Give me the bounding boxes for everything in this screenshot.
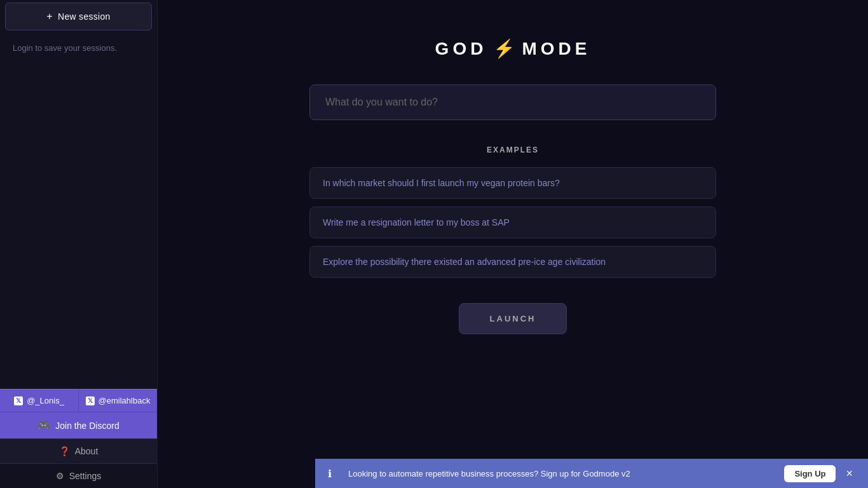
settings-button[interactable]: ⚙ Settings — [0, 463, 157, 488]
twitter1-label: @_Lonis_ — [27, 396, 64, 405]
new-session-button[interactable]: + New session — [5, 3, 152, 30]
example-card-2[interactable]: Write me a resignation letter to my boss… — [309, 207, 716, 238]
discord-label: Join the Discord — [55, 421, 119, 431]
twitter-emilahlback-button[interactable]: 𝕏 @emilahlback — [79, 389, 157, 412]
new-session-label: New session — [58, 11, 111, 22]
search-input[interactable] — [309, 85, 716, 120]
examples-section: EXAMPLES In which market should I first … — [309, 146, 716, 334]
about-icon: ❓ — [59, 446, 70, 456]
bolt-icon: ⚡ — [493, 38, 515, 59]
app-container: + New session Login to save your session… — [0, 0, 868, 488]
search-container — [309, 85, 716, 120]
examples-label: EXAMPLES — [309, 146, 716, 154]
settings-label: Settings — [69, 471, 102, 481]
twitter-row: 𝕏 @_Lonis_ 𝕏 @emilahlback — [0, 389, 157, 412]
about-label: About — [75, 446, 98, 456]
logo-right: MODE — [522, 39, 590, 59]
launch-button[interactable]: LAUNCH — [459, 303, 567, 334]
twitter-lonis-button[interactable]: 𝕏 @_Lonis_ — [0, 389, 79, 412]
close-banner-button[interactable]: × — [843, 468, 855, 479]
example-card-3[interactable]: Explore the possibility there existed an… — [309, 246, 716, 278]
launch-label: LAUNCH — [490, 314, 536, 323]
signup-button[interactable]: Sign Up — [784, 465, 836, 482]
sidebar-bottom: 𝕏 @_Lonis_ 𝕏 @emilahlback 🎮 Join the Dis… — [0, 389, 157, 488]
discord-icon: 🎮 — [37, 419, 50, 431]
main-content: GOD ⚡ MODE EXAMPLES In which market shou… — [158, 0, 868, 488]
example-text-2: Write me a resignation letter to my boss… — [323, 217, 510, 227]
discord-button[interactable]: 🎮 Join the Discord — [0, 412, 157, 438]
example-text-3: Explore the possibility there existed an… — [323, 257, 606, 267]
example-text-1: In which market should I first launch my… — [323, 178, 560, 188]
banner-text: Looking to automate repetitive business … — [348, 469, 776, 478]
twitter2-label: @emilahlback — [98, 396, 151, 405]
about-button[interactable]: ❓ About — [0, 438, 157, 463]
twitter-icon-2: 𝕏 — [86, 396, 95, 405]
example-cards: In which market should I first launch my… — [309, 167, 716, 278]
twitter-icon-1: 𝕏 — [14, 396, 23, 405]
logo-container: GOD ⚡ MODE — [435, 38, 591, 59]
bottom-banner: ℹ Looking to automate repetitive busines… — [315, 459, 868, 488]
login-text: Login to save your sessions. — [0, 33, 157, 63]
sidebar-spacer — [0, 63, 157, 389]
sidebar: + New session Login to save your session… — [0, 0, 158, 488]
example-card-1[interactable]: In which market should I first launch my… — [309, 167, 716, 199]
info-icon: ℹ — [328, 468, 341, 480]
gear-icon: ⚙ — [56, 471, 64, 481]
logo-left: GOD — [435, 39, 487, 59]
plus-icon: + — [46, 11, 53, 22]
